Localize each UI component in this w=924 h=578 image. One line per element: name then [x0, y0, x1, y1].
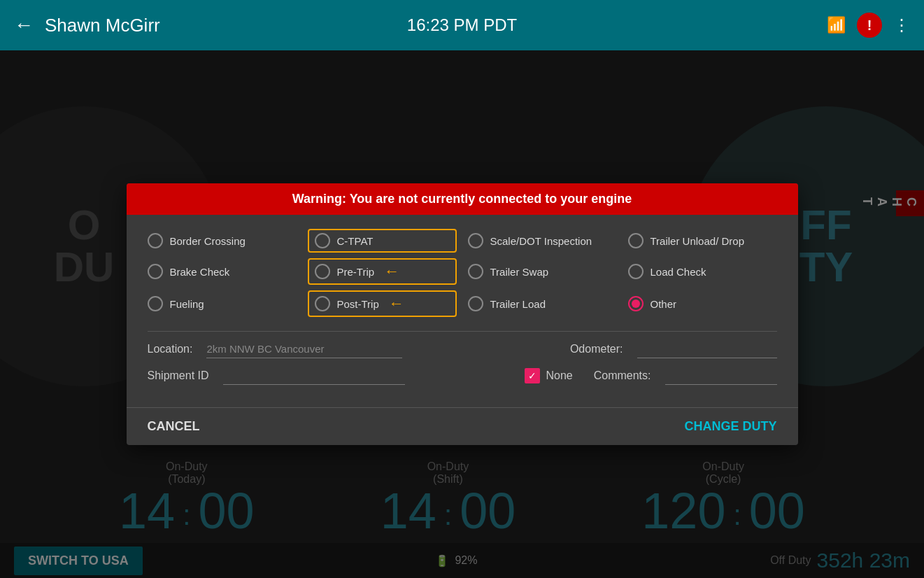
radio-label-border-crossing: Border Crossing: [170, 235, 246, 247]
radio-label-post-trip: Post-Trip: [337, 298, 379, 310]
radio-label-scale-dot: Scale/DOT Inspection: [490, 235, 592, 247]
radio-label-other: Other: [651, 298, 677, 310]
radio-options-grid: Border Crossing Brake Check Fueling C-TP…: [148, 229, 777, 317]
back-button[interactable]: ←: [14, 14, 34, 36]
radio-circle-c-tpat: [315, 233, 330, 248]
radio-trailer-unload[interactable]: Trailer Unload/ Drop: [628, 229, 777, 253]
shipment-input[interactable]: [223, 367, 405, 385]
radio-circle-pre-trip: [315, 264, 330, 279]
radio-scale-dot[interactable]: Scale/DOT Inspection: [468, 229, 617, 253]
change-duty-button[interactable]: CHANGE DUTY: [684, 419, 776, 434]
radio-circle-trailer-load: [468, 296, 483, 311]
radio-label-trailer-load: Trailer Load: [490, 298, 546, 310]
radio-circle-scale-dot: [468, 233, 483, 248]
header: ← Shawn McGirr 16:23 PM PDT 📶 ! ⋮: [0, 0, 924, 50]
radio-label-brake-check: Brake Check: [170, 266, 230, 278]
radio-other[interactable]: Other: [628, 290, 777, 317]
odometer-input[interactable]: [637, 340, 777, 358]
radio-border-crossing[interactable]: Border Crossing: [148, 229, 297, 253]
location-odometer-row: Location: Odometer:: [148, 340, 777, 358]
cancel-button[interactable]: CANCEL: [148, 419, 200, 434]
radio-circle-trailer-swap: [468, 264, 483, 279]
location-input[interactable]: [206, 340, 402, 358]
radio-fueling[interactable]: Fueling: [148, 290, 297, 317]
checkbox-checked-icon: ✓: [525, 368, 540, 383]
radio-pre-trip[interactable]: Pre-Trip ←: [308, 258, 457, 285]
shipment-comments-row: Shipment ID ✓ None Comments:: [148, 367, 777, 385]
modal-footer: CANCEL CHANGE DUTY: [127, 407, 798, 445]
post-trip-arrow: ←: [389, 295, 404, 313]
radio-circle-other: [628, 296, 644, 311]
radio-label-fueling: Fueling: [170, 298, 204, 310]
pre-trip-arrow: ←: [384, 262, 399, 281]
radio-load-check[interactable]: Load Check: [628, 258, 777, 285]
warning-banner: Warning: You are not currently connected…: [127, 183, 798, 215]
odometer-label: Odometer:: [570, 343, 623, 355]
bluetooth-icon: 📶: [827, 16, 846, 34]
none-label: None: [546, 369, 572, 382]
radio-circle-brake-check: [148, 264, 163, 279]
radio-circle-load-check: [628, 264, 644, 279]
change-duty-modal: Warning: You are not currently connected…: [127, 183, 798, 445]
radio-label-c-tpat: C-TPAT: [337, 235, 374, 247]
location-label: Location:: [148, 343, 193, 355]
header-icons: 📶 ! ⋮: [827, 13, 910, 38]
radio-label-load-check: Load Check: [651, 266, 706, 278]
modal-body: Border Crossing Brake Check Fueling C-TP…: [127, 215, 798, 407]
comments-label: Comments:: [594, 369, 651, 382]
radio-label-trailer-unload: Trailer Unload/ Drop: [651, 235, 745, 247]
radio-label-pre-trip: Pre-Trip: [337, 266, 375, 278]
none-checkbox[interactable]: ✓ None: [525, 368, 572, 383]
divider-1: [148, 331, 777, 332]
header-time: 16:23 PM PDT: [407, 15, 517, 35]
radio-trailer-load[interactable]: Trailer Load: [468, 290, 617, 317]
modal-overlay: Warning: You are not currently connected…: [0, 50, 924, 578]
radio-circle-border-crossing: [148, 233, 163, 248]
radio-circle-post-trip: [315, 296, 330, 311]
radio-label-trailer-swap: Trailer Swap: [490, 266, 549, 278]
comments-input[interactable]: [665, 367, 777, 385]
menu-icon[interactable]: ⋮: [893, 15, 910, 35]
radio-brake-check[interactable]: Brake Check: [148, 258, 297, 285]
alert-icon[interactable]: !: [857, 13, 882, 38]
shipment-label: Shipment ID: [148, 369, 209, 382]
radio-circle-trailer-unload: [628, 233, 644, 248]
radio-post-trip[interactable]: Post-Trip ←: [308, 290, 457, 317]
radio-circle-fueling: [148, 296, 163, 311]
radio-trailer-swap[interactable]: Trailer Swap: [468, 258, 617, 285]
radio-c-tpat[interactable]: C-TPAT: [308, 229, 457, 253]
